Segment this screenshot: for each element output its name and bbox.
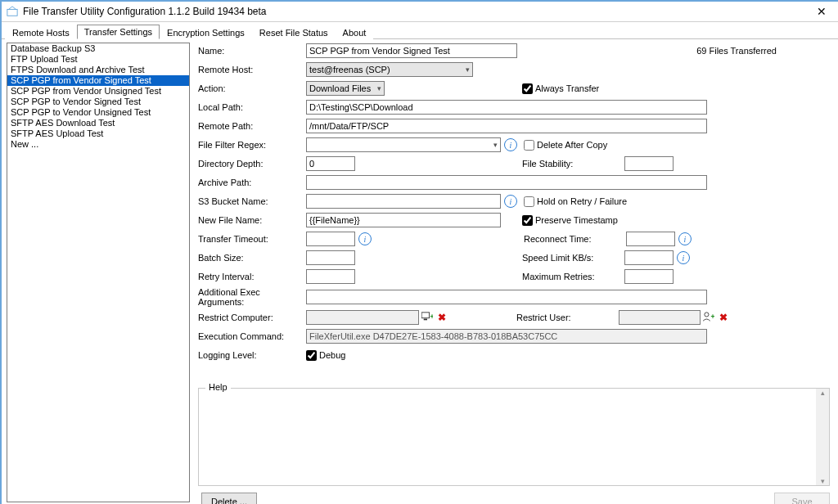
list-item[interactable]: SFTP AES Download Test: [7, 118, 189, 128]
list-item[interactable]: FTPS Download and Archive Test: [7, 65, 189, 75]
hold-on-retry-check[interactable]: Hold on Retry / Failure: [524, 196, 627, 207]
svg-rect-1: [421, 313, 429, 318]
label-file-filter-regex: File Filter Regex:: [198, 140, 306, 150]
info-icon: i: [504, 138, 517, 151]
help-group: Help ▴ ▾: [198, 388, 830, 486]
directory-depth-field[interactable]: [306, 156, 355, 171]
sidebar[interactable]: Database Backup S3 FTP Upload Test FTPS …: [7, 43, 190, 502]
label-remote-path: Remote Path:: [198, 121, 306, 131]
name-field[interactable]: [306, 43, 517, 58]
list-item[interactable]: SCP PGP from Vendor Unsigned Test: [7, 86, 189, 97]
save-button: Save: [774, 493, 830, 504]
bottom-buttons: Delete ... Save: [198, 493, 830, 504]
scroll-down-icon[interactable]: ▾: [821, 477, 825, 485]
tab-transfer-settings[interactable]: Transfer Settings: [77, 25, 160, 39]
speed-limit-field[interactable]: [624, 250, 674, 265]
label-new-file-name: New File Name:: [198, 215, 306, 225]
svg-text:+: +: [430, 313, 433, 321]
label-s3-bucket: S3 Bucket Name:: [198, 196, 306, 206]
list-item[interactable]: SCP PGP from Vendor Signed Test: [7, 75, 189, 86]
label-speed-limit: Speed Limit KB/s:: [522, 253, 624, 263]
label-additional-exec: Additional Exec Arguments:: [198, 287, 306, 307]
help-textarea[interactable]: [205, 394, 826, 477]
list-item[interactable]: FTP Upload Test: [7, 54, 189, 65]
tab-remote-hosts[interactable]: Remote Hosts: [5, 25, 77, 39]
label-batch-size: Batch Size:: [198, 253, 306, 263]
help-legend: Help: [205, 382, 231, 392]
execution-command-field: [306, 329, 707, 344]
label-directory-depth: Directory Depth:: [198, 159, 306, 169]
label-execution-command: Execution Command:: [198, 331, 306, 341]
label-archive-path: Archive Path:: [198, 178, 306, 187]
label-transfer-timeout: Transfer Timeout:: [198, 234, 306, 244]
debug-check[interactable]: Debug: [306, 350, 345, 361]
local-path-field[interactable]: [306, 100, 707, 115]
tab-reset-file-status[interactable]: Reset File Status: [252, 25, 336, 39]
reconnect-time-field[interactable]: [626, 232, 675, 246]
batch-size-field[interactable]: [306, 250, 355, 265]
info-icon: i: [504, 195, 517, 208]
file-stability-field[interactable]: [624, 156, 674, 171]
preserve-timestamp-check[interactable]: Preserve Timestamp: [522, 215, 618, 226]
main: Database Backup S3 FTP Upload Test FTPS …: [2, 39, 838, 504]
list-item[interactable]: SCP PGP to Vendor Unsigned Test: [7, 107, 189, 118]
tab-encryption-settings[interactable]: Encryption Settings: [160, 25, 252, 39]
label-restrict-computer: Restrict Computer:: [198, 313, 306, 322]
retry-interval-field[interactable]: [306, 269, 355, 284]
remove-user-icon[interactable]: ✖: [719, 312, 728, 323]
new-file-name-field[interactable]: [306, 213, 501, 227]
chevron-down-icon: ▾: [374, 84, 381, 92]
list-item[interactable]: SFTP AES Upload Test: [7, 128, 189, 139]
restrict-user-field: [619, 310, 701, 325]
label-file-stability: File Stability:: [522, 159, 624, 169]
label-maximum-retries: Maximum Retries:: [522, 272, 624, 281]
info-icon: i: [358, 232, 372, 245]
maximum-retries-field[interactable]: [624, 269, 674, 284]
delete-after-copy-check[interactable]: Delete After Copy: [524, 140, 607, 151]
remove-computer-icon[interactable]: ✖: [438, 312, 446, 323]
label-reconnect-time: Reconnect Time:: [524, 234, 626, 244]
tab-about[interactable]: About: [336, 25, 374, 39]
chevron-down-icon: ▾: [490, 141, 498, 149]
delete-button[interactable]: Delete ...: [201, 493, 257, 504]
info-icon: i: [678, 232, 692, 245]
form-panel: Name: 69 Files Transferred Remote Host: …: [193, 39, 838, 504]
label-retry-interval: Retry Interval:: [198, 272, 306, 281]
label-logging-level: Logging Level:: [198, 350, 306, 360]
svg-rect-2: [424, 319, 427, 321]
add-user-icon[interactable]: +: [703, 311, 714, 324]
remote-host-select[interactable]: test@freenas (SCP) ▾: [306, 62, 473, 77]
label-name: Name:: [198, 46, 306, 56]
tab-bar: Remote Hosts Transfer Settings Encryptio…: [2, 22, 838, 39]
app-icon: [7, 6, 18, 17]
titlebar: File Transfer Utility Configuration 1.1.…: [2, 2, 838, 22]
list-item[interactable]: New ...: [7, 139, 189, 150]
svg-point-4: [705, 313, 709, 317]
svg-text:+: +: [711, 313, 714, 321]
s3-bucket-field[interactable]: [306, 194, 501, 209]
label-remote-host: Remote Host:: [198, 65, 306, 74]
add-computer-icon[interactable]: +: [421, 311, 433, 324]
label-restrict-user: Restrict User:: [516, 313, 619, 322]
remote-path-field[interactable]: [306, 119, 707, 133]
label-action: Action:: [198, 83, 306, 93]
transfer-timeout-field[interactable]: [306, 232, 355, 246]
archive-path-field[interactable]: [306, 175, 707, 190]
files-transferred: 69 Files Transferred: [696, 46, 830, 56]
additional-exec-field[interactable]: [306, 290, 707, 304]
scroll-up-icon[interactable]: ▴: [821, 389, 825, 397]
action-select[interactable]: Download Files ▾: [306, 81, 385, 96]
label-local-path: Local Path:: [198, 102, 306, 112]
list-item[interactable]: SCP PGP to Vendor Signed Test: [7, 97, 189, 107]
file-filter-regex-combo[interactable]: ▾: [306, 137, 501, 152]
help-scrollbar[interactable]: ▴ ▾: [816, 389, 829, 485]
restrict-computer-field: [306, 310, 419, 325]
chevron-down-icon: ▾: [462, 65, 470, 74]
svg-rect-0: [7, 9, 17, 16]
window-title: File Transfer Utility Configuration 1.1.…: [23, 6, 805, 17]
info-icon: i: [677, 251, 690, 264]
list-item[interactable]: Database Backup S3: [7, 43, 189, 54]
always-transfer-check[interactable]: Always Transfer: [522, 83, 599, 94]
close-button[interactable]: ✕: [805, 2, 838, 21]
